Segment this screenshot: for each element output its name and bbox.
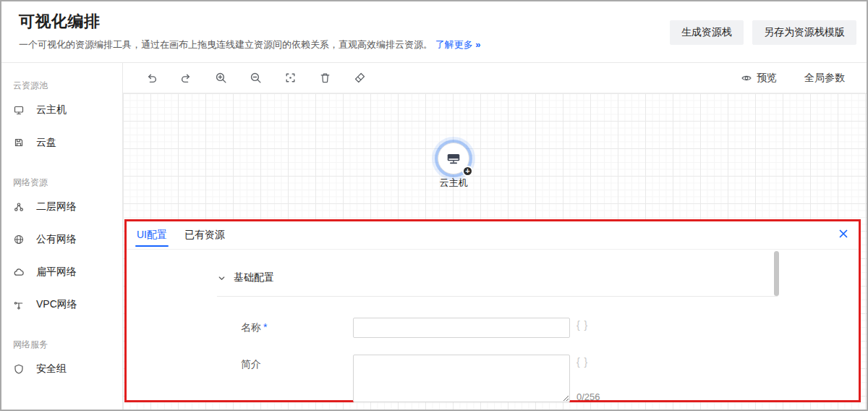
l2-network-icon <box>13 201 25 213</box>
name-field-label: 名称* <box>241 318 353 338</box>
braces-icon[interactable]: { } <box>576 318 588 332</box>
basic-config-title: 基础配置 <box>234 271 274 284</box>
sidebar-section-network-resources: 网络资源 <box>13 176 122 189</box>
node-add-badge[interactable]: + <box>462 166 473 177</box>
description-field-row: 简介 { } 0/256 <box>241 355 778 402</box>
preview-button[interactable]: 预览 <box>741 72 777 85</box>
main-area: 云资源池 云主机 云盘 网络资源 二层网络 <box>1 63 867 410</box>
redo-icon[interactable] <box>180 72 192 84</box>
panel-tabs: UI配置 已有资源 <box>127 221 859 250</box>
canvas-node-cloud-host[interactable]: + 云主机 <box>438 143 469 190</box>
header-actions: 生成资源栈 另存为资源栈模版 <box>670 20 856 45</box>
node-label: 云主机 <box>438 177 469 190</box>
eye-icon <box>741 72 752 84</box>
sidebar-item-label: 云盘 <box>36 136 56 149</box>
sidebar-item-flat-network[interactable]: 扁平网络 <box>1 255 122 288</box>
sidebar-item-label: 扁平网络 <box>36 266 77 279</box>
flat-network-icon <box>13 266 25 278</box>
clear-canvas-icon[interactable] <box>354 72 366 84</box>
security-group-icon <box>13 363 25 375</box>
sidebar-item-label: 云主机 <box>36 103 67 116</box>
description-textarea[interactable] <box>353 355 570 402</box>
save-as-template-button[interactable]: 另存为资源栈模版 <box>752 20 856 45</box>
sidebar-item-security-group[interactable]: 安全组 <box>1 352 122 385</box>
learn-more-link[interactable]: 了解更多 <box>435 39 473 50</box>
chevron-down-icon <box>217 274 226 283</box>
zoom-out-icon[interactable] <box>250 72 262 84</box>
zoom-in-icon[interactable] <box>215 72 227 84</box>
undo-icon[interactable] <box>145 72 158 84</box>
subtitle-text: 一个可视化的资源编排工具，通过在画布上拖曳连线建立资源间的依赖关系，直观高效编排… <box>19 39 433 50</box>
sidebar-section-network-services: 网络服务 <box>13 338 122 351</box>
sidebar-item-l2-network[interactable]: 二层网络 <box>1 190 122 223</box>
sidebar-item-cloud-disk[interactable]: 云盘 <box>1 126 122 158</box>
double-chevron-right-icon: » <box>475 39 480 50</box>
public-network-icon <box>13 234 25 245</box>
panel-scroll-region: 基础配置 名称* { } 简介 <box>217 250 778 400</box>
sidebar-item-label: VPC网络 <box>36 298 77 311</box>
tab-ui-config[interactable]: UI配置 <box>135 221 169 250</box>
sidebar-item-label: 公有网络 <box>36 233 77 246</box>
basic-config-form: 名称* { } 简介 { } 0/256 <box>217 318 778 402</box>
vpc-network-icon <box>13 299 25 310</box>
required-asterisk: * <box>263 321 267 333</box>
cloud-host-icon <box>13 104 25 116</box>
basic-config-section-header[interactable]: 基础配置 <box>217 250 778 297</box>
name-input[interactable] <box>353 318 570 338</box>
sidebar-item-cloud-host[interactable]: 云主机 <box>1 93 122 126</box>
fit-view-icon[interactable] <box>284 72 297 84</box>
global-params-button[interactable]: 全局参数 <box>804 72 845 85</box>
page-header: 可视化编排 一个可视化的资源编排工具，通过在画布上拖曳连线建立资源间的依赖关系，… <box>1 1 867 63</box>
name-suffix: { } <box>576 318 588 338</box>
char-counter: 0/256 <box>576 391 600 402</box>
toolbar-right: 预览 全局参数 <box>741 63 845 93</box>
braces-icon[interactable]: { } <box>576 355 600 369</box>
resource-sidebar: 云资源池 云主机 云盘 网络资源 二层网络 <box>1 63 123 410</box>
description-suffix: { } 0/256 <box>576 355 600 402</box>
scrollbar-thumb[interactable] <box>774 251 779 296</box>
name-field-row: 名称* { } <box>241 318 778 338</box>
description-field-label: 简介 <box>241 355 353 402</box>
sidebar-item-public-network[interactable]: 公有网络 <box>1 223 122 255</box>
canvas-toolbar: 预览 全局参数 <box>123 63 867 93</box>
orchestration-canvas: 预览 全局参数 + 云主机 UI配置 已 <box>123 63 867 410</box>
sidebar-item-vpc-network[interactable]: VPC网络 <box>1 288 122 321</box>
cloud-disk-icon <box>13 137 25 148</box>
generate-stack-button[interactable]: 生成资源栈 <box>670 20 744 45</box>
cloud-host-node-icon <box>446 152 461 165</box>
sidebar-item-label: 安全组 <box>36 363 67 376</box>
close-icon[interactable] <box>838 229 850 240</box>
tab-existing-resources[interactable]: 已有资源 <box>183 221 226 250</box>
sidebar-item-label: 二层网络 <box>36 200 77 213</box>
config-panel: UI配置 已有资源 基础配置 <box>124 219 861 402</box>
preview-label: 预览 <box>757 72 777 85</box>
sidebar-section-cloud-pool: 云资源池 <box>13 79 122 92</box>
app-window: 可视化编排 一个可视化的资源编排工具，通过在画布上拖曳连线建立资源间的依赖关系，… <box>0 0 868 411</box>
delete-icon[interactable] <box>319 72 331 84</box>
